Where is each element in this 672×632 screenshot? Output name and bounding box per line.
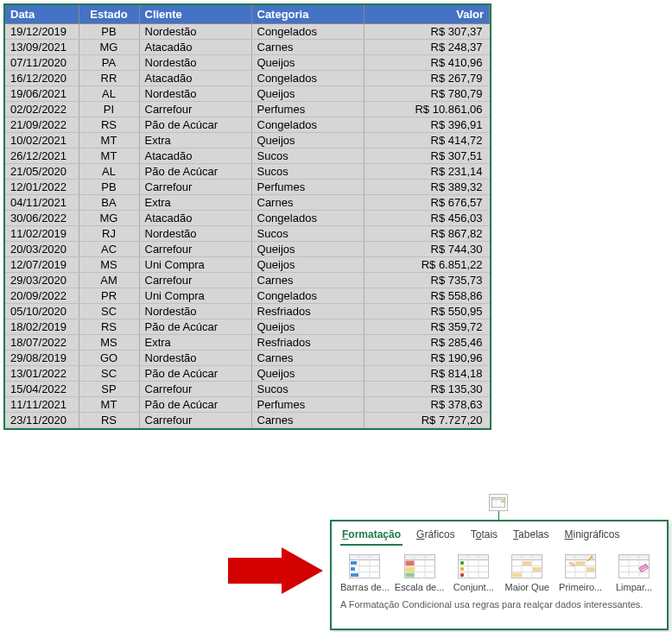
col-header-estado[interactable]: Estado	[79, 5, 139, 24]
cell[interactable]: 12/01/2022	[5, 180, 79, 195]
cell[interactable]: BA	[79, 195, 139, 211]
cell[interactable]: AL	[79, 164, 139, 180]
cell[interactable]: 11/02/2019	[5, 226, 79, 242]
cell[interactable]: 29/03/2020	[5, 273, 79, 288]
tab-tables[interactable]: Tabelas	[511, 527, 550, 546]
cell[interactable]: Atacadão	[139, 211, 251, 226]
cell[interactable]: R$ 6.851,22	[364, 257, 490, 273]
tab-formatting[interactable]: Formatação	[340, 527, 403, 546]
cell[interactable]: MT	[79, 133, 139, 149]
table-row[interactable]: 18/07/2022MSExtraResfriadosR$ 285,46	[5, 335, 490, 351]
cell[interactable]: R$ 190,96	[364, 351, 490, 366]
cell[interactable]: Carnes	[251, 273, 364, 288]
cell[interactable]: MT	[79, 149, 139, 164]
table-row[interactable]: 07/11/2020PANordestãoQueijosR$ 410,96	[5, 55, 490, 71]
cell[interactable]: 15/04/2022	[5, 382, 79, 397]
cell[interactable]: 16/12/2020	[5, 71, 79, 86]
cell[interactable]: 21/05/2020	[5, 164, 79, 180]
table-row[interactable]: 12/07/2019MSUni CompraQueijosR$ 6.851,22	[5, 257, 490, 273]
cell[interactable]: 12/07/2019	[5, 257, 79, 273]
cell[interactable]: MS	[79, 335, 139, 351]
cell[interactable]: Carrefour	[139, 180, 251, 195]
cell[interactable]: Extra	[139, 335, 251, 351]
col-header-valor[interactable]: Valor	[364, 5, 490, 24]
cell[interactable]: Carnes	[251, 351, 364, 366]
cell[interactable]: Nordestão	[139, 351, 251, 366]
cell[interactable]: PR	[79, 288, 139, 304]
cell[interactable]: R$ 378,63	[364, 397, 490, 413]
cell[interactable]: Sucos	[251, 226, 364, 242]
cell[interactable]: R$ 248,37	[364, 40, 490, 55]
cell[interactable]: Nordestão	[139, 86, 251, 102]
cell[interactable]: Sucos	[251, 382, 364, 397]
cell[interactable]: Nordestão	[139, 304, 251, 319]
cell[interactable]: Pão de Acúcar	[139, 319, 251, 335]
cell[interactable]: AM	[79, 273, 139, 288]
cell[interactable]: R$ 558,86	[364, 288, 490, 304]
cell[interactable]: Congelados	[251, 288, 364, 304]
cell[interactable]: 05/10/2020	[5, 304, 79, 319]
cell[interactable]: 21/09/2022	[5, 117, 79, 133]
cell[interactable]: Perfumes	[251, 397, 364, 413]
table-row[interactable]: 19/12/2019PBNordestãoCongeladosR$ 307,37	[5, 24, 490, 40]
cell[interactable]: R$ 10.861,06	[364, 102, 490, 117]
cell[interactable]: R$ 267,79	[364, 71, 490, 86]
cell[interactable]: Congelados	[251, 71, 364, 86]
cell[interactable]: Perfumes	[251, 180, 364, 195]
cell[interactable]: Queijos	[251, 86, 364, 102]
cell[interactable]: 13/09/2021	[5, 40, 79, 55]
table-row[interactable]: 04/11/2021BAExtraCarnesR$ 676,57	[5, 195, 490, 211]
cell[interactable]: R$ 359,72	[364, 319, 490, 335]
option-data-bars[interactable]: Barras de...	[340, 553, 390, 592]
cell[interactable]: R$ 780,79	[364, 86, 490, 102]
table-row[interactable]: 19/06/2021ALNordestãoQueijosR$ 780,79	[5, 86, 490, 102]
quick-analysis-button[interactable]	[489, 494, 508, 511]
cell[interactable]: RR	[79, 71, 139, 86]
cell[interactable]: 26/12/2021	[5, 149, 79, 164]
cell[interactable]: PI	[79, 102, 139, 117]
cell[interactable]: SC	[79, 304, 139, 319]
cell[interactable]: Uni Compra	[139, 288, 251, 304]
tab-totals[interactable]: Totais	[469, 527, 499, 546]
cell[interactable]: Nordestão	[139, 24, 251, 40]
table-row[interactable]: 29/08/2019GONordestãoCarnesR$ 190,96	[5, 351, 490, 366]
cell[interactable]: Carnes	[251, 40, 364, 55]
cell[interactable]: Sucos	[251, 149, 364, 164]
cell[interactable]: 20/03/2020	[5, 242, 79, 257]
cell[interactable]: 19/06/2021	[5, 86, 79, 102]
table-row[interactable]: 02/02/2022PICarrefourPerfumesR$ 10.861,0…	[5, 102, 490, 117]
cell[interactable]: 30/06/2022	[5, 211, 79, 226]
cell[interactable]: 07/11/2020	[5, 55, 79, 71]
cell[interactable]: R$ 735,73	[364, 273, 490, 288]
cell[interactable]: 18/02/2019	[5, 319, 79, 335]
cell[interactable]: Queijos	[251, 319, 364, 335]
cell[interactable]: AC	[79, 242, 139, 257]
cell[interactable]: RS	[79, 413, 139, 428]
cell[interactable]: Nordestão	[139, 55, 251, 71]
cell[interactable]: MG	[79, 211, 139, 226]
cell[interactable]: Carrefour	[139, 273, 251, 288]
data-table-selection[interactable]: Data Estado Cliente Categoria Valor 19/1…	[3, 3, 491, 430]
cell[interactable]: 10/02/2021	[5, 133, 79, 149]
cell[interactable]: MG	[79, 40, 139, 55]
cell[interactable]: Pão de Acúcar	[139, 164, 251, 180]
cell[interactable]: 23/11/2020	[5, 413, 79, 428]
table-row[interactable]: 29/03/2020AMCarrefourCarnesR$ 735,73	[5, 273, 490, 288]
cell[interactable]: Atacadão	[139, 40, 251, 55]
tab-charts[interactable]: Gráficos	[415, 527, 457, 546]
cell[interactable]: MT	[79, 397, 139, 413]
cell[interactable]: Carrefour	[139, 102, 251, 117]
cell[interactable]: 13/01/2022	[5, 366, 79, 382]
cell[interactable]: Sucos	[251, 164, 364, 180]
table-row[interactable]: 11/02/2019RJNordestãoSucosR$ 867,82	[5, 226, 490, 242]
table-row[interactable]: 11/11/2021MTPão de AcúcarPerfumesR$ 378,…	[5, 397, 490, 413]
option-clear[interactable]: Limpar...	[610, 553, 658, 592]
cell[interactable]: SC	[79, 366, 139, 382]
table-row[interactable]: 20/03/2020ACCarrefourQueijosR$ 744,30	[5, 242, 490, 257]
cell[interactable]: GO	[79, 351, 139, 366]
cell[interactable]: R$ 814,18	[364, 366, 490, 382]
cell[interactable]: Atacadão	[139, 71, 251, 86]
col-header-categoria[interactable]: Categoria	[251, 5, 364, 24]
tab-sparklines[interactable]: Minigráficos	[562, 527, 621, 546]
cell[interactable]: R$ 135,30	[364, 382, 490, 397]
